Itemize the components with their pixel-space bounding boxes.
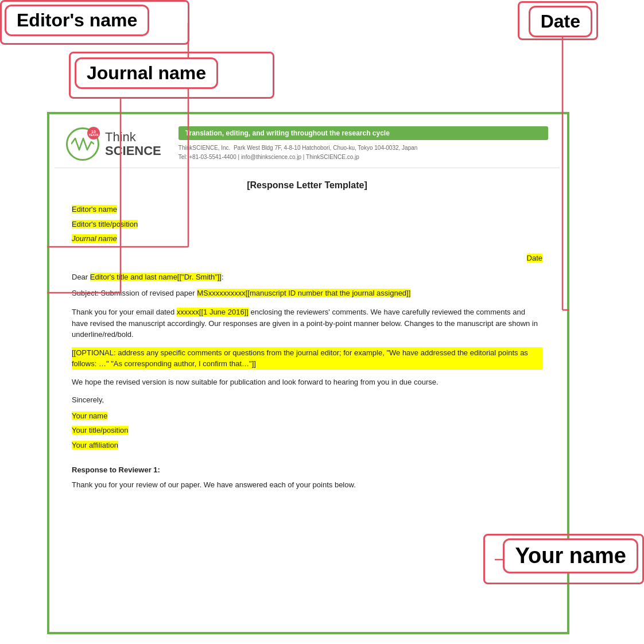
document-wrapper: 10 YEARS Think SCIENCE Translation, edit…	[55, 121, 560, 509]
journal-name-label: Journal name	[75, 57, 218, 89]
journal-name-highlight: Journal name	[72, 234, 117, 243]
editors-title-highlight: Editor's title/position	[72, 220, 138, 228]
date-label: Date	[529, 6, 592, 37]
ts-tagline: Translation, editing, and writing throug…	[179, 126, 548, 140]
letter-body: [Response Letter Template] Editor's name…	[55, 179, 560, 509]
journal-name-field: Journal name	[72, 233, 542, 245]
subject-line: Subject: Submission of revised paper MSx…	[72, 288, 542, 299]
ts-years-badge: 10 YEARS	[87, 127, 100, 139]
ts-logo: 10 YEARS Think SCIENCE	[66, 126, 161, 162]
response-header: Response to Reviewer 1:	[72, 464, 542, 476]
ts-think-text: Think	[105, 130, 161, 144]
ts-address: ThinkSCIENCE, Inc. Park West Bldg 7F, 4-…	[179, 143, 548, 162]
editors-title-field: Editor's title/position	[72, 219, 542, 230]
date-field: Date	[72, 253, 542, 264]
ts-right-block: Translation, editing, and writing throug…	[179, 126, 548, 162]
letter-title: [Response Letter Template]	[72, 179, 542, 192]
ts-logo-circle: 10 YEARS	[66, 127, 99, 161]
dear-line: Dear Editor's title and last name[["Dr. …	[72, 271, 542, 283]
your-title-field: Your title/position	[72, 425, 542, 436]
your-name-highlight: Your name	[72, 412, 107, 420]
dear-highlight: Editor's title and last name[["Dr. Smith…	[90, 273, 222, 281]
ts-logo-text: Think SCIENCE	[105, 130, 161, 158]
your-name-label: Your name	[503, 538, 638, 573]
editors-name-label: Editor's name	[5, 5, 149, 36]
optional-block: [[OPTIONAL: address any specific comment…	[72, 347, 542, 370]
subject-highlight: MSxxxxxxxxxx[[manuscript ID number that …	[197, 289, 410, 297]
your-title-highlight: Your title/position	[72, 426, 129, 434]
sincerely-line: Sincerely,	[72, 394, 542, 406]
ts-logo-icon: 10 YEARS	[66, 127, 99, 161]
your-affiliation-highlight: Your affiliation	[72, 441, 118, 449]
response-body: Thank you for your review of our paper. …	[72, 479, 542, 491]
editors-name-highlight: Editor's name	[72, 205, 117, 214]
your-name-field: Your name	[72, 410, 542, 422]
your-affiliation-field: Your affiliation	[72, 440, 542, 451]
date-highlight: Date	[527, 254, 542, 262]
hope-paragraph: We hope the revised version is now suita…	[72, 377, 542, 388]
ts-science-text: SCIENCE	[105, 144, 161, 158]
date-ref-highlight: xxxxxx[[1 June 2016]]	[177, 308, 249, 316]
ts-header: 10 YEARS Think SCIENCE Translation, edit…	[55, 121, 560, 168]
body-paragraph-1: Thank you for your email dated xxxxxx[[1…	[72, 307, 542, 340]
editors-name-field: Editor's name	[72, 204, 542, 215]
